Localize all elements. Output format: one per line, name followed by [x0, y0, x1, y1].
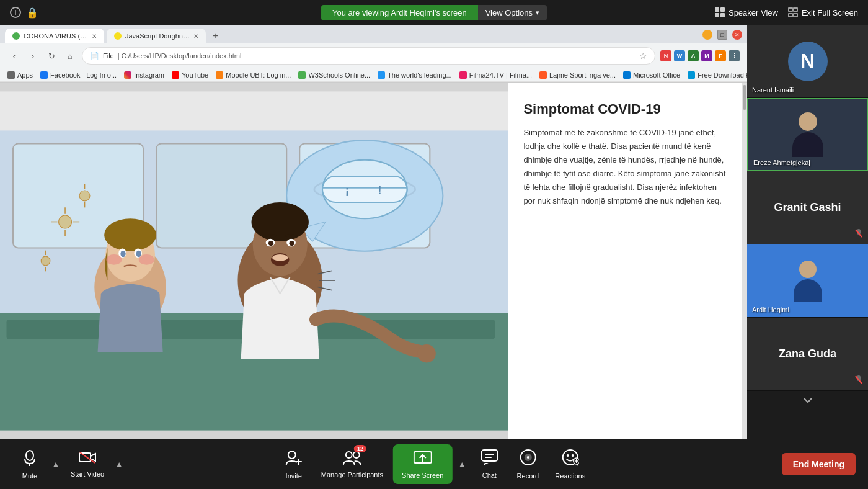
exit-fullscreen-button[interactable]: Exit Full Screen: [788, 7, 858, 17]
tab-favicon-corona: [12, 32, 20, 40]
tab-close-corona[interactable]: ✕: [92, 33, 97, 40]
address-url: | C:/Users/HP/Desktop/landen/index.html: [118, 52, 242, 60]
bookmark-microsoft[interactable]: Microsoft Office: [623, 71, 680, 79]
share-screen-caret[interactable]: ▲: [456, 453, 468, 475]
participant-tile-ardit: Ardit Heqimi: [747, 244, 868, 318]
reactions-button[interactable]: Reactions: [549, 444, 591, 485]
svg-point-32: [79, 191, 90, 201]
browser-tab-corona[interactable]: CORONA VIRUS (COVID-19) ✕: [5, 29, 104, 43]
svg-point-46: [272, 254, 288, 261]
bookmark-star-icon[interactable]: ☆: [639, 51, 647, 61]
webpage-content: ¡ !: [0, 83, 747, 439]
back-button[interactable]: ‹: [7, 49, 21, 63]
record-label: Record: [517, 472, 539, 480]
svg-text:¡: ¡: [345, 184, 349, 197]
svg-text:!: !: [378, 184, 381, 197]
bookmarks-bar: Apps Facebook - Log In o... Instagram Yo…: [0, 68, 747, 82]
bookmark-instagram[interactable]: Instagram: [124, 71, 164, 79]
new-tab-button[interactable]: +: [208, 29, 223, 43]
start-video-label: Start Video: [71, 470, 104, 478]
exit-fullscreen-label: Exit Full Screen: [802, 8, 858, 17]
participant-tile-ereze: Ereze Ahmetgjekaj: [747, 98, 868, 171]
top-bar-center: You are viewing Ardit Heqimi's screen Vi…: [321, 5, 547, 20]
mute-label: Mute: [22, 472, 37, 480]
bookmark-apps[interactable]: Apps: [7, 71, 33, 79]
end-meeting-button[interactable]: End Meeting: [782, 453, 856, 475]
forward-button[interactable]: ›: [26, 49, 40, 63]
mute-caret[interactable]: ▲: [50, 453, 62, 475]
svg-point-74: [572, 454, 574, 457]
svg-point-25: [106, 254, 122, 265]
invite-icon: [285, 449, 303, 470]
ext-icon-2[interactable]: W: [674, 50, 685, 61]
chat-button[interactable]: Chat: [472, 444, 507, 484]
ext-icon-6[interactable]: ⋮: [728, 50, 740, 61]
toolbar-center: Invite 12 Manage Participants: [277, 444, 591, 485]
exit-fullscreen-icon: [788, 7, 798, 17]
share-screen-button[interactable]: Share Screen: [393, 444, 452, 484]
close-button[interactable]: ✕: [732, 30, 742, 40]
maximize-button[interactable]: □: [717, 30, 727, 40]
bookmark-facebook[interactable]: Facebook - Log In o...: [40, 71, 117, 79]
record-button[interactable]: Record: [510, 444, 545, 485]
bookmark-favicon-facebook: [40, 71, 48, 79]
participant-tile-zana: Zana Guda: [747, 318, 868, 391]
svg-point-62: [346, 452, 352, 458]
bookmark-favicon-hp: [688, 71, 695, 79]
view-options-button[interactable]: View Options: [478, 5, 547, 20]
svg-point-44: [289, 241, 294, 246]
ext-icon-3[interactable]: A: [688, 50, 699, 61]
bookmark-hp[interactable]: Free Download HP...: [688, 71, 747, 79]
ext-icon-4[interactable]: M: [701, 50, 712, 61]
bookmark-favicon-moodle: [216, 71, 223, 79]
reactions-label: Reactions: [555, 472, 585, 480]
manage-participants-button[interactable]: 12 Manage Participants: [315, 445, 389, 483]
invite-button[interactable]: Invite: [277, 444, 311, 485]
webpage-body: Simptomat më të zakonshme të COVID-19 ja…: [523, 126, 727, 209]
bookmark-label-microsoft: Microsoft Office: [633, 71, 680, 79]
scrollbar-thumb[interactable]: [743, 85, 746, 110]
speaker-view-button[interactable]: Speaker View: [715, 7, 778, 17]
scrollbar[interactable]: [742, 83, 747, 439]
info-icon[interactable]: i: [10, 7, 21, 18]
webpage-heading: Simptomat COVID-19: [523, 101, 727, 117]
home-button[interactable]: ⌂: [63, 49, 77, 63]
tab-label-js: JavaScript Doughnut Charts & G...: [125, 32, 190, 40]
invite-label: Invite: [286, 472, 302, 480]
svg-point-35: [41, 256, 50, 266]
minimize-button[interactable]: —: [702, 30, 712, 40]
participants-count-badge: 12: [354, 445, 366, 452]
panel-scroll-arrow[interactable]: [747, 391, 868, 410]
mute-button[interactable]: Mute: [12, 444, 47, 485]
start-video-button[interactable]: Start Video: [64, 446, 110, 483]
lock-icon: 🔒: [26, 7, 38, 19]
bookmark-favicon-youtube: [172, 71, 179, 79]
record-icon: [519, 449, 536, 470]
bottom-toolbar: Mute ▲ Start Video ▲: [0, 439, 868, 489]
participant-tile-narent: N Narent Ismaili: [747, 25, 868, 98]
tab-close-js[interactable]: ✕: [193, 33, 198, 40]
bookmark-w3schools[interactable]: W3Schools Online...: [298, 71, 370, 79]
svg-point-26: [139, 254, 154, 265]
svg-point-63: [353, 452, 360, 458]
address-bar[interactable]: 📄 File | C:/Users/HP/Desktop/landen/inde…: [82, 47, 655, 65]
bookmark-filma24[interactable]: Filma24.TV | Filma...: [459, 71, 532, 79]
svg-rect-3: [794, 14, 797, 17]
bookmark-worlds-leading[interactable]: The world's leading...: [378, 71, 452, 79]
bookmark-lajme[interactable]: Lajme Sporti nga ve...: [539, 71, 616, 79]
participant-name-zana: Zana Guda: [779, 348, 836, 361]
ext-icon-5[interactable]: F: [715, 50, 726, 61]
svg-rect-0: [789, 8, 792, 11]
bookmark-youtube[interactable]: YouTube: [172, 71, 208, 79]
video-caret[interactable]: ▲: [113, 453, 125, 475]
bookmark-favicon-instagram: [124, 71, 131, 79]
bookmark-label-facebook: Facebook - Log In o...: [50, 71, 117, 79]
security-shield-icon: 📄: [90, 52, 99, 60]
bookmark-favicon-lajme: [539, 71, 547, 79]
ext-icon-1[interactable]: N: [660, 50, 671, 61]
bookmark-label-instagram: Instagram: [134, 71, 164, 79]
browser-tab-js[interactable]: JavaScript Doughnut Charts & G... ✕: [107, 29, 206, 43]
refresh-button[interactable]: ↻: [45, 49, 58, 63]
bookmark-moodle[interactable]: Moodle UBT: Log in...: [216, 71, 291, 79]
participant-name-granit: Granit Gashi: [774, 201, 841, 214]
